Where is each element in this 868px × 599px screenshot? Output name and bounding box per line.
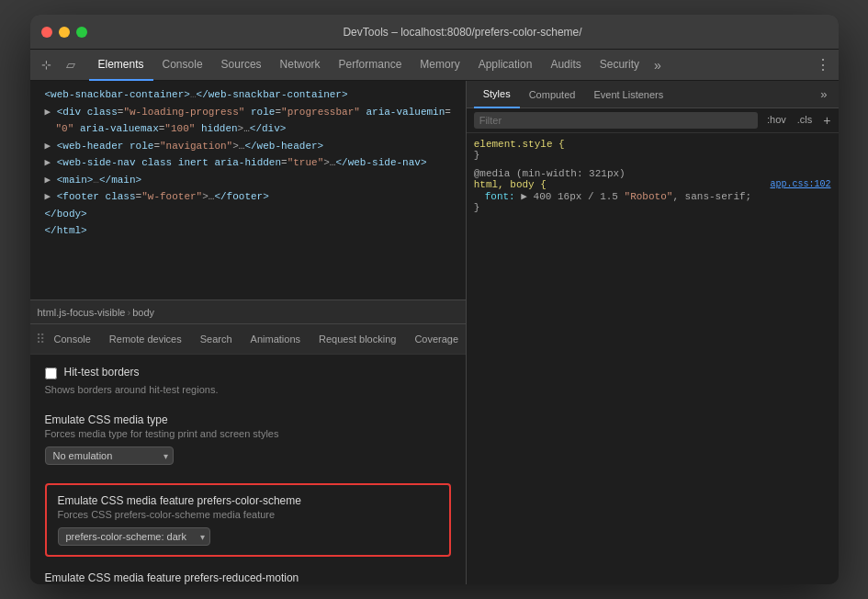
style-filter-input[interactable] <box>474 112 758 129</box>
emulate-color-scheme-desc: Forces CSS prefers-color-scheme media fe… <box>58 509 438 520</box>
html-body-selector: html, body { <box>474 179 547 190</box>
style-filter-row: :hov .cls + <box>467 108 839 133</box>
tab-elements[interactable]: Elements <box>89 50 153 81</box>
emulate-media-type-select[interactable]: No emulation print screen <box>45 446 174 465</box>
bottom-tab-animations[interactable]: Animations <box>242 323 310 355</box>
tab-network[interactable]: Network <box>271 50 330 81</box>
tab-icon-buttons: ⊹ ▱ <box>36 54 82 76</box>
bottom-tabs-bar: ⠿ Console Remote devices Search Animatio… <box>30 323 466 355</box>
tab-sources[interactable]: Sources <box>212 50 271 81</box>
breadcrumb: html.js-focus-visible › body <box>30 300 466 323</box>
dom-line: <web-snackbar-container>…</web-snackbar-… <box>30 86 466 104</box>
bottom-tab-remote-devices[interactable]: Remote devices <box>100 323 191 355</box>
hit-test-checkbox[interactable] <box>45 367 57 379</box>
bottom-tab-request-blocking[interactable]: Request blocking <box>310 323 405 355</box>
close-button[interactable] <box>41 27 52 38</box>
hit-test-desc: Shows borders around hit-test regions. <box>45 384 451 395</box>
traffic-lights <box>41 27 87 38</box>
styles-content[interactable]: element.style { } @media (min-width: 321… <box>467 133 839 584</box>
styles-panel: Styles Computed Event Listeners » :hov .… <box>467 81 839 584</box>
rendering-panel: Hit-test borders Shows borders around hi… <box>30 355 466 584</box>
tab-application[interactable]: Application <box>469 50 542 81</box>
add-style-rule-button[interactable]: + <box>823 113 830 128</box>
element-style-selector: element.style { <box>474 139 565 150</box>
emulate-color-scheme-label: Emulate CSS media feature prefers-color-… <box>58 494 438 507</box>
font-property: font: <box>485 191 515 202</box>
cursor-icon[interactable]: ⊹ <box>36 54 58 76</box>
title-bar: DevTools – localhost:8080/prefers-color-… <box>30 15 839 50</box>
cls-filter-button[interactable]: .cls <box>794 113 817 128</box>
tab-security[interactable]: Security <box>591 50 648 81</box>
dom-line: ▶ <web-header role="navigation">…</web-h… <box>30 138 466 155</box>
hit-test-section: Hit-test borders Shows borders around hi… <box>45 366 451 395</box>
tab-performance[interactable]: Performance <box>330 50 411 81</box>
emulate-color-scheme-section: Emulate CSS media feature prefers-color-… <box>45 483 451 557</box>
hov-filter-button[interactable]: :hov <box>763 113 790 128</box>
style-tab-event-listeners[interactable]: Event Listeners <box>584 81 672 108</box>
emulate-media-type-select-wrapper: No emulation print screen <box>45 446 174 465</box>
device-icon[interactable]: ▱ <box>60 54 82 76</box>
emulate-media-type-desc: Forces media type for testing print and … <box>45 428 451 439</box>
emulate-media-type-section: Emulate CSS media type Forces media type… <box>45 413 451 465</box>
dom-line: ▶ <main>…</main> <box>30 172 466 189</box>
panel-drag-handle[interactable]: ⠿ <box>36 332 41 346</box>
bottom-tab-console[interactable]: Console <box>45 323 100 355</box>
maximize-button[interactable] <box>76 27 87 38</box>
element-style-rule: element.style { } <box>474 139 831 161</box>
tab-audits[interactable]: Audits <box>541 50 590 81</box>
content-area: <web-snackbar-container>…</web-snackbar-… <box>30 81 839 584</box>
dom-panel: <web-snackbar-container>…</web-snackbar-… <box>30 81 467 584</box>
emulate-color-scheme-select[interactable]: No emulation prefers-color-scheme: light… <box>58 527 210 546</box>
dom-view[interactable]: <web-snackbar-container>…</web-snackbar-… <box>30 81 466 300</box>
hit-test-row: Hit-test borders <box>45 366 451 380</box>
hit-test-label: Hit-test borders <box>64 366 140 379</box>
style-source-link[interactable]: app.css:102 <box>770 179 830 189</box>
dom-line: ▶ <web-side-nav class inert aria-hidden=… <box>30 154 466 172</box>
devtools-menu-button[interactable]: ⋮ <box>813 55 833 75</box>
media-query-rule: @media (min-width: 321px) html, body { a… <box>474 168 831 213</box>
emulate-reduced-motion-label: Emulate CSS media feature prefers-reduce… <box>45 571 451 584</box>
breadcrumb-item-body[interactable]: body <box>132 307 154 318</box>
style-tabs-more[interactable]: » <box>817 87 830 101</box>
devtools-window: DevTools – localhost:8080/prefers-color-… <box>30 15 839 584</box>
more-tabs-button[interactable]: » <box>648 58 667 73</box>
bottom-tab-search[interactable]: Search <box>191 323 242 355</box>
tab-memory[interactable]: Memory <box>411 50 468 81</box>
media-query: @media (min-width: 321px) <box>474 168 831 179</box>
breadcrumb-item-html[interactable]: html.js-focus-visible <box>38 307 126 318</box>
main-tabs-bar: ⊹ ▱ Elements Console Sources Network Per… <box>30 50 839 81</box>
style-properties: font: ▶ 400 16px / 1.5 "Roboto", sans-se… <box>474 190 831 202</box>
style-tabs-bar: Styles Computed Event Listeners » <box>467 81 839 108</box>
emulate-reduced-motion-section: Emulate CSS media feature prefers-reduce… <box>45 571 451 584</box>
emulate-media-type-label: Emulate CSS media type <box>45 413 451 426</box>
emulate-color-scheme-select-wrapper: No emulation prefers-color-scheme: light… <box>58 527 210 546</box>
window-title: DevTools – localhost:8080/prefers-color-… <box>98 26 828 39</box>
style-tab-styles[interactable]: Styles <box>474 81 520 108</box>
bottom-tab-coverage[interactable]: Coverage <box>405 323 465 355</box>
minimize-button[interactable] <box>59 27 70 38</box>
dom-line: </body> <box>30 206 466 223</box>
style-tab-computed[interactable]: Computed <box>520 81 585 108</box>
filter-buttons: :hov .cls + <box>763 113 830 128</box>
dom-line: </html> <box>30 222 466 240</box>
dom-line: ▶ <footer class="w-footer">…</footer> <box>30 188 466 206</box>
dom-line: "0" aria-valuemax="100" hidden>…</div> <box>30 120 466 138</box>
tab-console[interactable]: Console <box>153 50 212 81</box>
dom-line: ▶ <div class="w-loading-progress" role="… <box>30 104 466 121</box>
